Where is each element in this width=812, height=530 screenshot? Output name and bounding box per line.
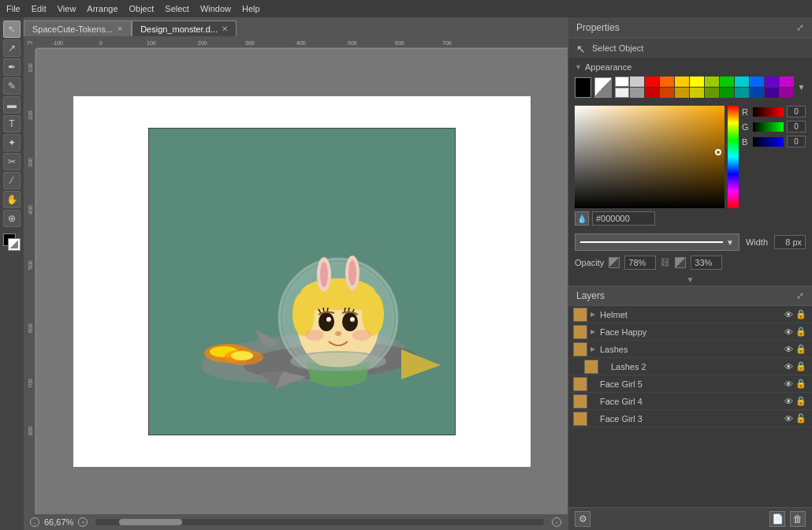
- menu-edit[interactable]: Edit: [32, 4, 47, 13]
- layer-item-lashes[interactable]: ▶ Lashes 👁 🔒: [568, 341, 812, 358]
- palette-red[interactable]: [645, 77, 659, 87]
- eyedropper-icon[interactable]: 💧: [575, 211, 589, 226]
- tool-hand[interactable]: ✋: [3, 191, 20, 208]
- palette-dark-blue[interactable]: [750, 88, 764, 98]
- layer-eye-facegirl3[interactable]: 👁: [782, 412, 795, 425]
- layer-item-lashes2[interactable]: Lashes 2 👁 🔒: [568, 358, 812, 375]
- new-layer-icon[interactable]: 📄: [769, 511, 785, 527]
- layer-lock-facegirl3[interactable]: 🔓: [795, 412, 807, 425]
- layer-item-helmet[interactable]: ▶ Helmet 👁 🔒: [568, 306, 812, 323]
- layers-list[interactable]: ▶ Helmet 👁 🔒 ▶ Face Happy 👁 🔒 ▶: [568, 306, 812, 507]
- zoom-in-icon[interactable]: +: [78, 517, 88, 527]
- layer-eye-facegirl4[interactable]: 👁: [782, 395, 795, 408]
- layer-lock-lashes[interactable]: 🔒: [795, 343, 807, 356]
- palette-purple[interactable]: [765, 77, 779, 87]
- palette-dark-red[interactable]: [645, 88, 659, 98]
- canvas-scroll[interactable]: [36, 49, 568, 514]
- layer-item-facegirl4[interactable]: Face Girl 4 👁 🔒: [568, 393, 812, 410]
- tool-pen[interactable]: ✒: [3, 58, 20, 76]
- layer-lock-facegirl5[interactable]: 🔒: [795, 378, 807, 390]
- palette-dark-gold[interactable]: [675, 88, 689, 98]
- tab-close-design[interactable]: ✕: [222, 24, 228, 33]
- palette-dark-purple[interactable]: [765, 88, 779, 98]
- layer-lock-lashes2[interactable]: 🔒: [795, 360, 807, 373]
- layer-item-facegirl3[interactable]: Face Girl 3 👁 🔓: [568, 410, 812, 427]
- layer-item-face-happy[interactable]: ▶ Face Happy 👁 🔒: [568, 323, 812, 341]
- palette-magenta[interactable]: [780, 77, 794, 87]
- palette-dark-yg[interactable]: [705, 88, 719, 98]
- palette-dark-cyan[interactable]: [735, 88, 749, 98]
- layer-lock-facegirl4[interactable]: 🔒: [795, 395, 807, 408]
- palette-gray[interactable]: [630, 77, 644, 87]
- scroll-thumb[interactable]: [119, 519, 182, 525]
- layer-lock-face-happy[interactable]: 🔒: [795, 326, 807, 338]
- menu-help[interactable]: Help: [242, 4, 260, 13]
- tab-close-spacecute[interactable]: ✕: [117, 24, 123, 33]
- palette-yellow[interactable]: [690, 77, 704, 87]
- layer-eye-lashes2[interactable]: 👁: [782, 360, 795, 373]
- palette-orange[interactable]: [660, 77, 674, 87]
- layer-eye-helmet[interactable]: 👁: [782, 308, 795, 321]
- hex-input[interactable]: [592, 211, 655, 226]
- stroke-selector[interactable]: ▼: [575, 233, 739, 251]
- palette-dark-yellow[interactable]: [690, 88, 704, 98]
- layer-item-facegirl5[interactable]: Face Girl 5 👁 🔒: [568, 375, 812, 393]
- layer-expand-lashes[interactable]: ▶: [590, 345, 598, 353]
- b-bar[interactable]: [753, 137, 784, 147]
- palette-light-gray[interactable]: [615, 88, 629, 98]
- palette-dark-green[interactable]: [720, 88, 734, 98]
- tool-blend[interactable]: ⁄: [3, 172, 20, 189]
- menu-select[interactable]: Select: [165, 4, 189, 13]
- tab-design-monster[interactable]: Design_monster.d... ✕: [132, 21, 237, 36]
- width-input[interactable]: [774, 235, 806, 249]
- menu-window[interactable]: Window: [200, 4, 231, 13]
- tool-text[interactable]: T: [3, 115, 20, 132]
- opacity-input[interactable]: [624, 256, 656, 270]
- zoom-out-icon[interactable]: -: [30, 517, 39, 527]
- tool-scissors[interactable]: ✂: [3, 153, 20, 170]
- link-icon[interactable]: ⛓: [661, 257, 670, 268]
- palette-gold[interactable]: [675, 77, 689, 87]
- stroke-dropdown-icon[interactable]: ▼: [726, 238, 734, 247]
- palette-yellow-green[interactable]: [705, 77, 719, 87]
- fill-color-swatch[interactable]: [575, 77, 591, 98]
- tab-spacecute[interactable]: SpaceCute-Tokens... ✕: [24, 21, 132, 36]
- stroke-color-swatch[interactable]: [594, 77, 611, 98]
- palette-more-icon[interactable]: ▼: [797, 83, 806, 91]
- delete-layer-icon[interactable]: 🗑: [790, 511, 806, 527]
- properties-expand-icon[interactable]: ⤢: [796, 22, 804, 33]
- tool-rectangle[interactable]: ▬: [3, 96, 20, 114]
- layer-eye-lashes[interactable]: 👁: [782, 343, 795, 356]
- palette-mid-gray[interactable]: [630, 88, 644, 98]
- palette-cyan[interactable]: [735, 77, 749, 87]
- tool-direct-select[interactable]: ↗: [3, 39, 20, 57]
- layer-lock-helmet[interactable]: 🔒: [795, 308, 807, 321]
- palette-dark-orange[interactable]: [660, 88, 674, 98]
- palette-blue[interactable]: [750, 77, 764, 87]
- tool-pencil[interactable]: ✎: [3, 77, 20, 95]
- r-bar[interactable]: [753, 107, 784, 117]
- r-input[interactable]: [787, 106, 806, 118]
- opacity2-input[interactable]: [691, 256, 722, 270]
- scroll-right-icon[interactable]: ›: [552, 517, 561, 527]
- menu-arrange[interactable]: Arrange: [87, 4, 117, 13]
- horizontal-scrollbar[interactable]: [95, 519, 544, 525]
- palette-white[interactable]: [615, 77, 629, 87]
- color-hue-strip[interactable]: [728, 106, 739, 208]
- palette-green[interactable]: [720, 77, 734, 87]
- layers-expand-icon[interactable]: ⤢: [796, 290, 804, 301]
- layer-expand-face-happy[interactable]: ▶: [590, 328, 598, 335]
- layer-eye-facegirl5[interactable]: 👁: [782, 378, 795, 390]
- layer-settings-icon[interactable]: ⚙: [575, 511, 590, 527]
- palette-dark-magenta[interactable]: [780, 88, 794, 98]
- tool-select[interactable]: ↖: [3, 21, 20, 38]
- g-input[interactable]: [787, 121, 806, 132]
- layer-eye-face-happy[interactable]: 👁: [782, 326, 795, 338]
- tool-zoom[interactable]: ⊕: [3, 210, 20, 227]
- color-gradient[interactable]: [575, 106, 724, 208]
- menu-view[interactable]: View: [58, 4, 76, 13]
- tool-star[interactable]: ✦: [3, 134, 20, 151]
- g-bar[interactable]: [753, 122, 784, 132]
- b-input[interactable]: [787, 136, 806, 147]
- expand-section-btn[interactable]: ▼: [568, 273, 812, 286]
